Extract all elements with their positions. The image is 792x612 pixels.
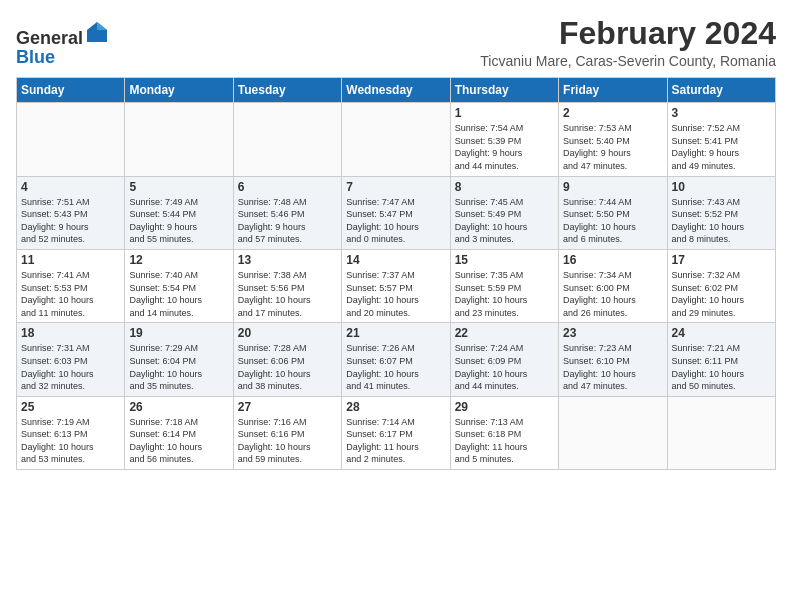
calendar-day: 9Sunrise: 7:44 AM Sunset: 5:50 PM Daylig… <box>559 176 667 249</box>
day-info: Sunrise: 7:34 AM Sunset: 6:00 PM Dayligh… <box>563 269 662 319</box>
calendar-day: 23Sunrise: 7:23 AM Sunset: 6:10 PM Dayli… <box>559 323 667 396</box>
calendar-day: 13Sunrise: 7:38 AM Sunset: 5:56 PM Dayli… <box>233 249 341 322</box>
day-info: Sunrise: 7:23 AM Sunset: 6:10 PM Dayligh… <box>563 342 662 392</box>
weekday-header-row: SundayMondayTuesdayWednesdayThursdayFrid… <box>17 78 776 103</box>
day-info: Sunrise: 7:52 AM Sunset: 5:41 PM Dayligh… <box>672 122 771 172</box>
weekday-header-saturday: Saturday <box>667 78 775 103</box>
header: General Blue February 2024 Ticvaniu Mare… <box>16 16 776 69</box>
calendar-day: 7Sunrise: 7:47 AM Sunset: 5:47 PM Daylig… <box>342 176 450 249</box>
day-number: 8 <box>455 180 554 194</box>
day-number: 7 <box>346 180 445 194</box>
calendar-day: 26Sunrise: 7:18 AM Sunset: 6:14 PM Dayli… <box>125 396 233 469</box>
day-number: 29 <box>455 400 554 414</box>
day-info: Sunrise: 7:29 AM Sunset: 6:04 PM Dayligh… <box>129 342 228 392</box>
day-number: 9 <box>563 180 662 194</box>
calendar-day: 3Sunrise: 7:52 AM Sunset: 5:41 PM Daylig… <box>667 103 775 176</box>
day-info: Sunrise: 7:18 AM Sunset: 6:14 PM Dayligh… <box>129 416 228 466</box>
subtitle: Ticvaniu Mare, Caras-Severin County, Rom… <box>109 53 776 69</box>
calendar-day <box>342 103 450 176</box>
day-info: Sunrise: 7:19 AM Sunset: 6:13 PM Dayligh… <box>21 416 120 466</box>
day-number: 16 <box>563 253 662 267</box>
calendar-day: 21Sunrise: 7:26 AM Sunset: 6:07 PM Dayli… <box>342 323 450 396</box>
day-number: 1 <box>455 106 554 120</box>
calendar-day: 25Sunrise: 7:19 AM Sunset: 6:13 PM Dayli… <box>17 396 125 469</box>
day-number: 12 <box>129 253 228 267</box>
day-info: Sunrise: 7:49 AM Sunset: 5:44 PM Dayligh… <box>129 196 228 246</box>
day-info: Sunrise: 7:35 AM Sunset: 5:59 PM Dayligh… <box>455 269 554 319</box>
calendar-day: 8Sunrise: 7:45 AM Sunset: 5:49 PM Daylig… <box>450 176 558 249</box>
week-row-3: 18Sunrise: 7:31 AM Sunset: 6:03 PM Dayli… <box>17 323 776 396</box>
day-info: Sunrise: 7:38 AM Sunset: 5:56 PM Dayligh… <box>238 269 337 319</box>
day-info: Sunrise: 7:44 AM Sunset: 5:50 PM Dayligh… <box>563 196 662 246</box>
day-number: 21 <box>346 326 445 340</box>
day-number: 23 <box>563 326 662 340</box>
week-row-4: 25Sunrise: 7:19 AM Sunset: 6:13 PM Dayli… <box>17 396 776 469</box>
weekday-header-tuesday: Tuesday <box>233 78 341 103</box>
calendar-day: 2Sunrise: 7:53 AM Sunset: 5:40 PM Daylig… <box>559 103 667 176</box>
week-row-0: 1Sunrise: 7:54 AM Sunset: 5:39 PM Daylig… <box>17 103 776 176</box>
day-info: Sunrise: 7:26 AM Sunset: 6:07 PM Dayligh… <box>346 342 445 392</box>
calendar-day: 1Sunrise: 7:54 AM Sunset: 5:39 PM Daylig… <box>450 103 558 176</box>
week-row-1: 4Sunrise: 7:51 AM Sunset: 5:43 PM Daylig… <box>17 176 776 249</box>
calendar-day: 27Sunrise: 7:16 AM Sunset: 6:16 PM Dayli… <box>233 396 341 469</box>
day-info: Sunrise: 7:21 AM Sunset: 6:11 PM Dayligh… <box>672 342 771 392</box>
day-number: 28 <box>346 400 445 414</box>
day-number: 5 <box>129 180 228 194</box>
week-row-2: 11Sunrise: 7:41 AM Sunset: 5:53 PM Dayli… <box>17 249 776 322</box>
day-number: 26 <box>129 400 228 414</box>
logo: General Blue <box>16 20 109 67</box>
calendar-day: 20Sunrise: 7:28 AM Sunset: 6:06 PM Dayli… <box>233 323 341 396</box>
day-number: 22 <box>455 326 554 340</box>
day-number: 13 <box>238 253 337 267</box>
day-number: 27 <box>238 400 337 414</box>
day-info: Sunrise: 7:43 AM Sunset: 5:52 PM Dayligh… <box>672 196 771 246</box>
day-number: 3 <box>672 106 771 120</box>
day-number: 24 <box>672 326 771 340</box>
calendar-day <box>17 103 125 176</box>
day-info: Sunrise: 7:51 AM Sunset: 5:43 PM Dayligh… <box>21 196 120 246</box>
day-number: 17 <box>672 253 771 267</box>
calendar-day: 4Sunrise: 7:51 AM Sunset: 5:43 PM Daylig… <box>17 176 125 249</box>
calendar-day: 18Sunrise: 7:31 AM Sunset: 6:03 PM Dayli… <box>17 323 125 396</box>
day-number: 20 <box>238 326 337 340</box>
calendar-day: 22Sunrise: 7:24 AM Sunset: 6:09 PM Dayli… <box>450 323 558 396</box>
weekday-header-wednesday: Wednesday <box>342 78 450 103</box>
svg-marker-1 <box>97 22 107 30</box>
day-info: Sunrise: 7:41 AM Sunset: 5:53 PM Dayligh… <box>21 269 120 319</box>
day-info: Sunrise: 7:24 AM Sunset: 6:09 PM Dayligh… <box>455 342 554 392</box>
day-info: Sunrise: 7:45 AM Sunset: 5:49 PM Dayligh… <box>455 196 554 246</box>
day-info: Sunrise: 7:14 AM Sunset: 6:17 PM Dayligh… <box>346 416 445 466</box>
day-info: Sunrise: 7:32 AM Sunset: 6:02 PM Dayligh… <box>672 269 771 319</box>
day-number: 19 <box>129 326 228 340</box>
calendar-day: 16Sunrise: 7:34 AM Sunset: 6:00 PM Dayli… <box>559 249 667 322</box>
calendar-day: 5Sunrise: 7:49 AM Sunset: 5:44 PM Daylig… <box>125 176 233 249</box>
day-info: Sunrise: 7:28 AM Sunset: 6:06 PM Dayligh… <box>238 342 337 392</box>
weekday-header-thursday: Thursday <box>450 78 558 103</box>
calendar-day <box>559 396 667 469</box>
calendar-day: 24Sunrise: 7:21 AM Sunset: 6:11 PM Dayli… <box>667 323 775 396</box>
calendar-day: 10Sunrise: 7:43 AM Sunset: 5:52 PM Dayli… <box>667 176 775 249</box>
day-number: 11 <box>21 253 120 267</box>
day-number: 4 <box>21 180 120 194</box>
day-number: 15 <box>455 253 554 267</box>
day-info: Sunrise: 7:47 AM Sunset: 5:47 PM Dayligh… <box>346 196 445 246</box>
day-number: 2 <box>563 106 662 120</box>
day-info: Sunrise: 7:54 AM Sunset: 5:39 PM Dayligh… <box>455 122 554 172</box>
calendar-day: 28Sunrise: 7:14 AM Sunset: 6:17 PM Dayli… <box>342 396 450 469</box>
calendar-day <box>233 103 341 176</box>
day-number: 14 <box>346 253 445 267</box>
day-number: 10 <box>672 180 771 194</box>
calendar-day: 15Sunrise: 7:35 AM Sunset: 5:59 PM Dayli… <box>450 249 558 322</box>
calendar-day: 17Sunrise: 7:32 AM Sunset: 6:02 PM Dayli… <box>667 249 775 322</box>
calendar-day: 6Sunrise: 7:48 AM Sunset: 5:46 PM Daylig… <box>233 176 341 249</box>
weekday-header-sunday: Sunday <box>17 78 125 103</box>
calendar-day: 14Sunrise: 7:37 AM Sunset: 5:57 PM Dayli… <box>342 249 450 322</box>
calendar-day: 12Sunrise: 7:40 AM Sunset: 5:54 PM Dayli… <box>125 249 233 322</box>
calendar-day <box>125 103 233 176</box>
day-info: Sunrise: 7:31 AM Sunset: 6:03 PM Dayligh… <box>21 342 120 392</box>
weekday-header-friday: Friday <box>559 78 667 103</box>
calendar-day: 29Sunrise: 7:13 AM Sunset: 6:18 PM Dayli… <box>450 396 558 469</box>
logo-general: General <box>16 28 83 48</box>
title-area: February 2024 Ticvaniu Mare, Caras-Sever… <box>109 16 776 69</box>
day-info: Sunrise: 7:48 AM Sunset: 5:46 PM Dayligh… <box>238 196 337 246</box>
